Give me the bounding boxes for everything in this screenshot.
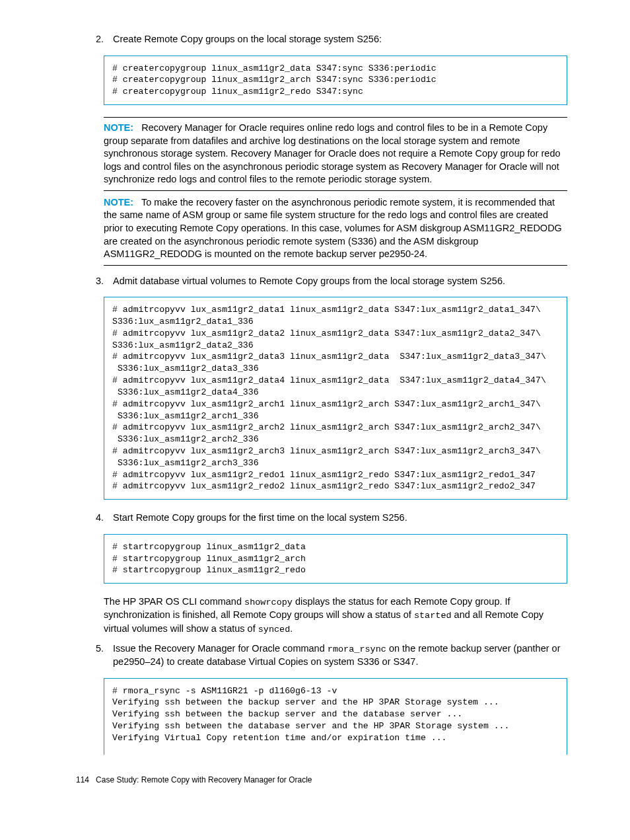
step-text: Start Remote Copy groups for the first t…: [113, 512, 567, 525]
note-2: NOTE: To make the recovery faster on the…: [104, 196, 567, 266]
note-body: NOTE: Recovery Manager for Oracle requir…: [104, 122, 567, 186]
step-text: Create Remote Copy groups on the local s…: [113, 33, 567, 46]
step-3: 3. Admit database virtual volumes to Rem…: [76, 275, 567, 288]
inline-code: started: [414, 611, 452, 621]
note-1: NOTE: Recovery Manager for Oracle requir…: [104, 117, 567, 191]
note-label: NOTE:: [104, 197, 133, 208]
note-label: NOTE:: [104, 122, 133, 133]
step-number: 5.: [76, 642, 113, 669]
step-4: 4. Start Remote Copy groups for the firs…: [76, 512, 567, 525]
step-text: Admit database virtual volumes to Remote…: [113, 275, 567, 288]
paragraph-showrcopy: The HP 3PAR OS CLI command showrcopy dis…: [104, 595, 567, 636]
note-rule: [104, 265, 567, 266]
text: .: [290, 623, 293, 634]
note-rule: [104, 117, 567, 118]
step-number: 3.: [76, 275, 113, 288]
step-5: 5. Issue the Recovery Manager for Oracle…: [76, 642, 567, 669]
text: Issue the Recovery Manager for Oracle co…: [113, 643, 328, 654]
step-number: 4.: [76, 512, 113, 525]
inline-code: synced: [258, 625, 291, 634]
code-block-1: # creatercopygroup linux_asm11gr2_data S…: [104, 56, 567, 105]
step-2: 2. Create Remote Copy groups on the loca…: [76, 33, 567, 46]
code-block-3: # startrcopygroup linux_asm11gr2_data # …: [104, 534, 567, 584]
inline-code: rmora_rsync: [328, 644, 386, 654]
note-text: To make the recovery faster on the async…: [104, 197, 562, 259]
footer-title: Case Study: Remote Copy with Recovery Ma…: [96, 775, 312, 784]
step-text: Issue the Recovery Manager for Oracle co…: [113, 642, 567, 669]
note-body: NOTE: To make the recovery faster on the…: [104, 196, 567, 261]
code-block-4: # rmora_rsync -s ASM11GR21 -p dl160g6-13…: [104, 678, 567, 755]
note-rule: [104, 190, 567, 191]
text: The HP 3PAR OS CLI command: [104, 596, 244, 607]
inline-code: showrcopy: [244, 597, 293, 607]
code-block-2: # admitrcopyvv lux_asm11gr2_data1 linux_…: [104, 297, 567, 500]
note-text: Recovery Manager for Oracle requires onl…: [104, 122, 561, 184]
page-number: 114: [76, 775, 89, 784]
step-number: 2.: [76, 33, 113, 46]
page-footer: 114 Case Study: Remote Copy with Recover…: [76, 775, 567, 785]
